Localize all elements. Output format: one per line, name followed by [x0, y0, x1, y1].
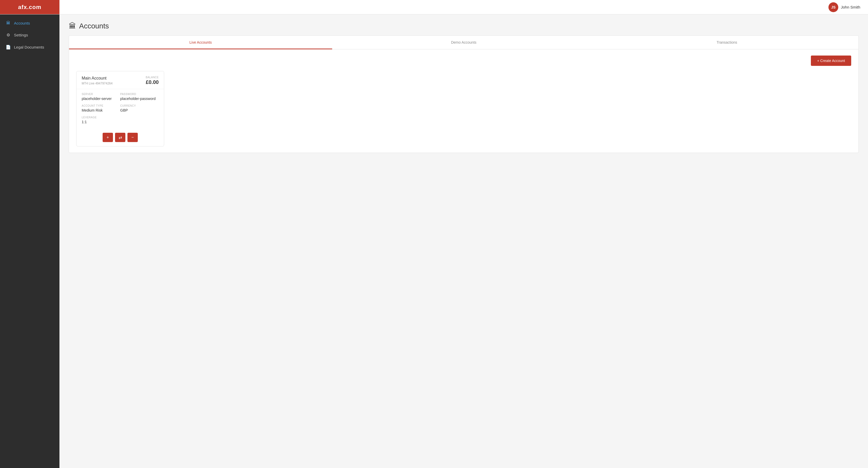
deposit-button[interactable]: + — [103, 133, 113, 142]
account-name: Main Account — [82, 76, 113, 80]
balance-area: BALANCE £0.00 — [146, 76, 159, 85]
leverage-label: LEVERAGE — [82, 116, 159, 119]
server-value: placeholder-server — [82, 97, 120, 101]
page-header: 🏛 Accounts — [59, 14, 868, 35]
main-layout: 🏛 Accounts ⚙ Settings 📄 Legal Documents … — [0, 14, 868, 468]
avatar: JS — [829, 2, 838, 12]
account-type-value: Medium Risk — [82, 108, 120, 112]
detail-account-type: ACCOUNT TYPE Medium Risk — [82, 104, 120, 112]
accounts-icon: 🏛 — [6, 21, 11, 25]
tab-demo-accounts[interactable]: Demo Accounts — [332, 36, 595, 49]
detail-server: SERVER placeholder-server — [82, 93, 120, 101]
detail-row-type-currency: ACCOUNT TYPE Medium Risk CURRENCY GBP — [82, 104, 159, 112]
detail-password: PASSWORD placeholder-password — [120, 93, 159, 101]
sidebar: 🏛 Accounts ⚙ Settings 📄 Legal Documents — [0, 14, 59, 468]
sidebar-item-accounts[interactable]: 🏛 Accounts — [0, 17, 59, 29]
tab-transactions[interactable]: Transactions — [595, 36, 859, 49]
currency-label: CURRENCY — [120, 104, 159, 107]
password-label: PASSWORD — [120, 93, 159, 96]
settings-icon: ⚙ — [6, 33, 11, 37]
page-title-icon: 🏛 — [69, 22, 76, 30]
account-card-actions: + ⇄ − — [76, 130, 164, 146]
sidebar-item-settings[interactable]: ⚙ Settings — [0, 29, 59, 41]
balance-value: £0.00 — [146, 79, 159, 85]
detail-row-leverage: LEVERAGE 1:1 — [82, 116, 159, 124]
balance-label: BALANCE — [146, 76, 159, 79]
user-menu[interactable]: JS John Smith — [829, 2, 868, 12]
sidebar-item-legal[interactable]: 📄 Legal Documents — [0, 41, 59, 53]
sidebar-label-legal: Legal Documents — [14, 45, 44, 49]
currency-value: GBP — [120, 108, 159, 112]
sidebar-label-settings: Settings — [14, 33, 28, 37]
content-area: 🏛 Accounts Live Accounts Demo Accounts T… — [59, 14, 868, 468]
withdraw-button[interactable]: − — [127, 133, 138, 142]
tabs-card: Live Accounts Demo Accounts Transactions… — [69, 35, 859, 153]
transfer-button[interactable]: ⇄ — [115, 133, 125, 142]
tab-content: + Create Account Main Account MT4 Live 4… — [69, 49, 859, 153]
top-header: afx.com JS John Smith — [0, 0, 868, 14]
sidebar-label-accounts: Accounts — [14, 21, 30, 25]
account-card-top: Main Account MT4 Live 4947974264 BALANCE… — [76, 71, 164, 89]
create-account-button[interactable]: + Create Account — [811, 56, 851, 66]
account-number: MT4 Live 4947974264 — [82, 81, 113, 85]
user-name: John Smith — [841, 5, 860, 9]
password-value: placeholder-password — [120, 97, 159, 101]
logo-area: afx.com — [0, 0, 59, 14]
account-card-details: SERVER placeholder-server PASSWORD place… — [76, 89, 164, 130]
detail-leverage: LEVERAGE 1:1 — [82, 116, 159, 124]
detail-row-server-password: SERVER placeholder-server PASSWORD place… — [82, 93, 159, 101]
account-type-label: ACCOUNT TYPE — [82, 104, 120, 107]
server-label: SERVER — [82, 93, 120, 96]
create-button-row: + Create Account — [76, 56, 851, 66]
tab-live-accounts[interactable]: Live Accounts — [69, 36, 332, 49]
tabs-header: Live Accounts Demo Accounts Transactions — [69, 36, 859, 49]
account-info: Main Account MT4 Live 4947974264 — [82, 76, 113, 85]
page-title-text: Accounts — [79, 22, 109, 30]
logo: afx.com — [18, 4, 41, 10]
account-card: Main Account MT4 Live 4947974264 BALANCE… — [76, 71, 164, 146]
legal-icon: 📄 — [6, 45, 11, 49]
page-title: 🏛 Accounts — [69, 22, 109, 30]
leverage-value: 1:1 — [82, 120, 159, 124]
detail-currency: CURRENCY GBP — [120, 104, 159, 112]
